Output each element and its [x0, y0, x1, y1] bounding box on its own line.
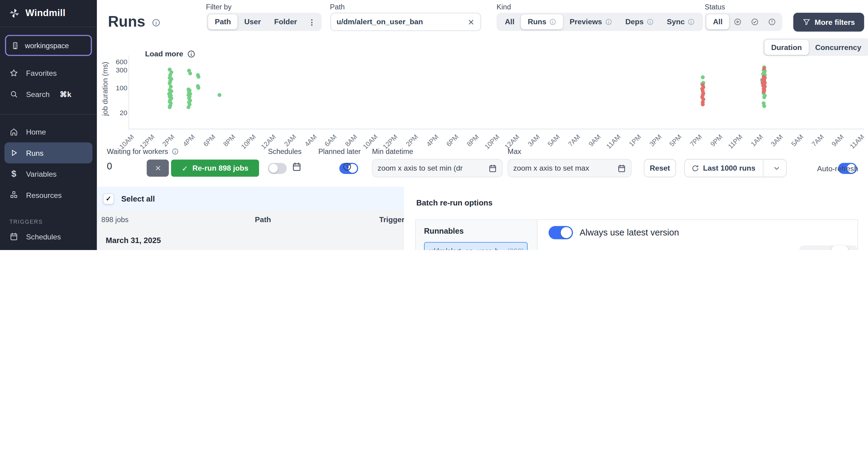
- calendar-icon: [9, 232, 18, 241]
- kind-tab-runs[interactable]: Runs: [521, 15, 563, 29]
- min-datetime-input[interactable]: zoom x axis to set min (dr: [372, 159, 502, 177]
- alert-circle-icon: [768, 18, 776, 26]
- chart-view-tabs: Duration Concurrency: [763, 38, 868, 56]
- runnable-item[interactable]: u/dm/alert_on_user_b... (898): [424, 242, 528, 250]
- x-tick: 3AM: [760, 133, 785, 158]
- status-tab-all[interactable]: All: [706, 15, 729, 29]
- kind-tab-deps[interactable]: Deps: [619, 15, 660, 29]
- divider: [763, 159, 764, 177]
- filter-tab-user[interactable]: User: [238, 15, 268, 29]
- status-tab-failure[interactable]: [764, 15, 781, 29]
- cubes-icon: [9, 191, 18, 199]
- y-tick: 20: [112, 109, 127, 117]
- add-trigger-button[interactable]: +: [0, 247, 97, 250]
- max-datetime-input[interactable]: zoom x axis to set max: [507, 159, 631, 177]
- x-tick: 1PM: [618, 133, 643, 158]
- clock-icon: [342, 162, 352, 172]
- tab-concurrency[interactable]: Concurrency: [809, 40, 868, 55]
- resources-label: Resources: [26, 191, 62, 199]
- sidebar: Windmill workingspace Favorites Search ⌘…: [0, 0, 97, 250]
- info-icon[interactable]: [152, 18, 160, 27]
- runs-page: Windmill workingspace Favorites Search ⌘…: [0, 0, 868, 250]
- auto-refresh-label: Auto-refresh: [817, 165, 858, 173]
- y-axis-label: job duration (ms): [101, 50, 110, 127]
- kind-label: Kind: [497, 3, 511, 11]
- workspace-name: workingspace: [25, 41, 69, 49]
- x-tick: 9AM: [820, 133, 845, 158]
- schedules-toggle-label: Schedules: [268, 147, 302, 155]
- x-tick: 3PM: [638, 133, 663, 158]
- info-icon: [172, 148, 179, 155]
- x-tick: 7AM: [557, 133, 582, 158]
- clear-icon[interactable]: [467, 18, 475, 26]
- kind-tab-previews[interactable]: Previews: [563, 15, 619, 29]
- calendar-icon[interactable]: [617, 164, 626, 172]
- schedules-toggle[interactable]: [268, 163, 287, 174]
- path-filter-input[interactable]: u/dm/alert_on_user_ban: [331, 13, 481, 31]
- last-runs-label: Last 1000 runs: [703, 164, 755, 172]
- x-tick: 11PM: [719, 133, 744, 158]
- x-tick: 6PM: [435, 133, 460, 158]
- planned-later-toggle-label: Planned later: [318, 147, 361, 155]
- x-tick: 5AM: [780, 133, 805, 158]
- info-icon: [646, 18, 654, 25]
- sidebar-item-schedules[interactable]: Schedules: [0, 226, 97, 247]
- schedules-label: Schedules: [26, 232, 61, 240]
- dollar-icon: $: [9, 169, 18, 178]
- kind-tab-all[interactable]: All: [498, 15, 521, 29]
- variables-label: Variables: [26, 170, 57, 178]
- filter-tab-more[interactable]: ⋮: [304, 15, 320, 29]
- col-header-trigger: Trigger: [379, 216, 404, 224]
- filter-tab-path[interactable]: Path: [208, 15, 238, 29]
- rerun-jobs-button[interactable]: ✓ Re-run 898 jobs: [171, 160, 259, 177]
- reset-button[interactable]: Reset: [644, 159, 676, 177]
- x-tick: 11AM: [597, 133, 622, 158]
- y-tick: 100: [112, 84, 127, 92]
- status-tab-success[interactable]: [746, 15, 764, 29]
- min-datetime-label: Min datetime: [372, 147, 413, 155]
- latest-version-toggle[interactable]: [549, 226, 573, 239]
- waiting-workers-count: 0: [107, 161, 112, 172]
- kind-tab-sync[interactable]: Sync: [660, 15, 702, 29]
- filter-by-label: Filter by: [206, 3, 232, 11]
- filter-tab-folder[interactable]: Folder: [268, 15, 304, 29]
- x-tick: 1AM: [739, 133, 765, 158]
- batch-rerun-panel: Runnables u/dm/alert_on_user_b... (898) …: [415, 220, 858, 250]
- date-label: March 31, 2025: [106, 236, 161, 245]
- cancel-selection-button[interactable]: [147, 160, 169, 177]
- filter-by-tabs: Path User Folder ⋮: [207, 13, 322, 31]
- sidebar-item-search[interactable]: Search ⌘k: [0, 84, 97, 105]
- y-tick: 300: [112, 66, 127, 74]
- x-tick: 7PM: [678, 133, 704, 158]
- x-tick: 10PM: [475, 133, 501, 158]
- x-tick: 9PM: [699, 133, 724, 158]
- building-icon: [11, 41, 20, 49]
- sidebar-item-resources[interactable]: Resources: [0, 184, 97, 205]
- x-tick: 8PM: [212, 133, 237, 158]
- select-all-label: Select all: [121, 194, 155, 203]
- runnable-name: u/dm/alert_on_user_b...: [429, 247, 505, 250]
- windmill-logo-icon: [9, 8, 20, 19]
- jobs-count: 898 jobs: [101, 216, 128, 224]
- star-icon: [9, 69, 18, 78]
- chevron-down-icon[interactable]: [773, 164, 781, 172]
- javascript-editor-button[interactable]: ƒ: [831, 246, 848, 250]
- brand[interactable]: Windmill: [0, 0, 97, 27]
- duration-scatter-chart[interactable]: [128, 55, 864, 130]
- x-tick: 4PM: [414, 133, 440, 158]
- more-filters-button[interactable]: More filters: [793, 13, 864, 31]
- workspace-switcher[interactable]: workingspace: [5, 35, 92, 56]
- status-tab-running[interactable]: [729, 15, 747, 29]
- list-header-row: 898 jobs Path Trigger: [97, 210, 404, 231]
- sidebar-item-favorites[interactable]: Favorites: [0, 63, 97, 84]
- page-title: Runs: [108, 13, 160, 31]
- x-tick: 8PM: [455, 133, 480, 158]
- x-tick: 11AM: [841, 133, 866, 158]
- last-runs-dropdown[interactable]: Last 1000 runs: [684, 159, 786, 177]
- tab-duration[interactable]: Duration: [765, 40, 808, 55]
- rerun-jobs-label: Re-run 898 jobs: [192, 164, 248, 172]
- runnables-label: Runnables: [424, 227, 464, 235]
- calendar-icon[interactable]: [488, 164, 497, 172]
- select-all-checkbox[interactable]: ✓: [103, 193, 114, 204]
- sidebar-item-variables[interactable]: $ Variables: [0, 163, 97, 184]
